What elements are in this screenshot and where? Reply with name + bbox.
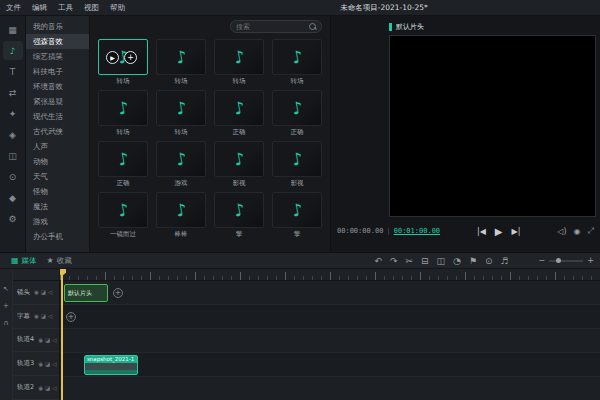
volume-icon[interactable]: ◁): [557, 227, 566, 236]
track-lock-icon[interactable]: ◪: [45, 361, 50, 367]
audio-mixer-button[interactable]: ♬: [501, 253, 509, 269]
delete-button[interactable]: ⊟: [421, 253, 429, 269]
playhead[interactable]: [61, 269, 63, 400]
audio-tile[interactable]: ♪正确: [98, 141, 148, 189]
zoom-slider[interactable]: [549, 260, 583, 262]
track-mute-icon[interactable]: ◁: [48, 313, 52, 319]
keyframe-icon[interactable]: ◆: [3, 188, 23, 207]
preview-canvas[interactable]: [389, 35, 596, 217]
split-screen-icon[interactable]: ◫: [3, 146, 23, 165]
zoom-slider-thumb[interactable]: [556, 258, 561, 263]
audio-thumb[interactable]: ♪: [156, 90, 206, 126]
track-mute-icon[interactable]: ◁: [52, 385, 56, 391]
zoom-out-button[interactable]: −: [539, 256, 546, 265]
audio-tile[interactable]: ♪擎: [214, 192, 264, 240]
crop-button[interactable]: ◫: [437, 253, 446, 269]
track-lock-icon[interactable]: ◪: [45, 385, 50, 391]
audio-thumb[interactable]: ♪: [98, 192, 148, 228]
audio-tile[interactable]: ♪转场: [272, 39, 322, 87]
marker-button[interactable]: ⚑: [469, 253, 477, 269]
audio-thumb[interactable]: ♪: [214, 141, 264, 177]
audio-thumb[interactable]: ♪: [156, 39, 206, 75]
menu-item-帮助[interactable]: 帮助: [110, 3, 125, 13]
tab-收藏[interactable]: ★收藏: [42, 253, 77, 268]
fullscreen-icon[interactable]: ⤢: [588, 226, 594, 236]
voiceover-button[interactable]: ⊙: [485, 253, 493, 269]
menu-item-工具[interactable]: 工具: [58, 3, 73, 13]
clip-snapshot[interactable]: snapshot_2021-1: [84, 355, 138, 375]
track-visibility-icon[interactable]: ◉: [38, 337, 43, 343]
category-item[interactable]: 强森音效: [26, 34, 89, 49]
track-lane[interactable]: [60, 377, 600, 400]
audio-tile[interactable]: ♪棒棒: [156, 192, 206, 240]
track-lane[interactable]: [60, 329, 600, 353]
menu-item-文件[interactable]: 文件: [6, 3, 21, 13]
audio-thumb[interactable]: ♪: [214, 90, 264, 126]
track-lane[interactable]: snapshot_2021-1: [60, 353, 600, 377]
category-item[interactable]: 办公手机: [26, 229, 89, 244]
category-item[interactable]: 天气: [26, 169, 89, 184]
category-item[interactable]: 现代生活: [26, 109, 89, 124]
tab-媒体[interactable]: ▦媒体: [6, 253, 42, 268]
audio-thumb[interactable]: ♪: [272, 39, 322, 75]
audio-icon[interactable]: ♪: [3, 41, 23, 60]
audio-thumb[interactable]: ♪: [272, 192, 322, 228]
speed-button[interactable]: ◔: [453, 253, 461, 269]
audio-thumb[interactable]: ♪: [214, 192, 264, 228]
track-lane[interactable]: +: [60, 305, 600, 329]
audio-thumb[interactable]: ♪: [156, 141, 206, 177]
track-lock-icon[interactable]: ◪: [41, 313, 46, 319]
audio-tile[interactable]: ♪影视: [272, 141, 322, 189]
track-visibility-icon[interactable]: ◉: [34, 289, 39, 295]
track-mute-icon[interactable]: ◁: [52, 337, 56, 343]
audio-thumb[interactable]: ♪: [98, 90, 148, 126]
track-lock-icon[interactable]: ◪: [45, 337, 50, 343]
category-item[interactable]: 人声: [26, 139, 89, 154]
track-lane[interactable]: 默认片头+: [60, 281, 600, 305]
split-button[interactable]: ✂: [405, 253, 413, 269]
text-icon[interactable]: T: [3, 62, 23, 81]
select-tool-icon[interactable]: ↖: [3, 285, 9, 293]
audio-tile[interactable]: ♪一镜而过: [98, 192, 148, 240]
track-lock-icon[interactable]: ◪: [41, 289, 46, 295]
settings-icon[interactable]: ⚙: [3, 209, 23, 228]
category-item[interactable]: 动物: [26, 154, 89, 169]
play-button[interactable]: ▶: [495, 226, 503, 237]
clip-default-title[interactable]: 默认片头: [64, 284, 108, 302]
audio-tile[interactable]: ♪转场: [98, 90, 148, 138]
undo-button[interactable]: ↶: [374, 253, 382, 269]
category-item[interactable]: 我的音乐: [26, 19, 89, 34]
audio-tile[interactable]: ♪▶+转场: [98, 39, 148, 87]
category-item[interactable]: 游戏: [26, 214, 89, 229]
search-input[interactable]: [236, 23, 306, 31]
tile-add-button[interactable]: +: [124, 51, 137, 64]
track-visibility-icon[interactable]: ◉: [38, 385, 43, 391]
audio-tile[interactable]: ♪正确: [214, 90, 264, 138]
add-clip-button[interactable]: +: [113, 288, 123, 298]
next-frame-button[interactable]: ▶|: [512, 227, 521, 236]
category-item[interactable]: 综艺搞笑: [26, 49, 89, 64]
track-mute-icon[interactable]: ◁: [48, 289, 52, 295]
category-item[interactable]: 怪物: [26, 184, 89, 199]
audio-tile[interactable]: ♪正确: [272, 90, 322, 138]
track-mute-icon[interactable]: ◁: [52, 361, 56, 367]
audio-thumb[interactable]: ♪▶+: [98, 39, 148, 75]
audio-thumb[interactable]: ♪: [272, 90, 322, 126]
prev-frame-button[interactable]: |◀: [477, 227, 486, 236]
audio-thumb[interactable]: ♪: [98, 141, 148, 177]
audio-tile[interactable]: ♪游戏: [156, 141, 206, 189]
track-visibility-icon[interactable]: ◉: [34, 313, 39, 319]
audio-thumb[interactable]: ♪: [156, 192, 206, 228]
duration-time[interactable]: 00:01:00.00: [394, 227, 440, 235]
zoom-in-button[interactable]: +: [587, 256, 594, 265]
audio-tile[interactable]: ♪影视: [214, 141, 264, 189]
record-icon[interactable]: ⊙: [3, 167, 23, 186]
audio-tile[interactable]: ♪转场: [156, 39, 206, 87]
effects-icon[interactable]: ✦: [3, 104, 23, 123]
search-box[interactable]: [230, 20, 322, 33]
category-item[interactable]: 古代武侠: [26, 124, 89, 139]
category-item[interactable]: 紧张悬疑: [26, 94, 89, 109]
menu-item-视图[interactable]: 视图: [84, 3, 99, 13]
audio-tile[interactable]: ♪转场: [156, 90, 206, 138]
elements-icon[interactable]: ◈: [3, 125, 23, 144]
